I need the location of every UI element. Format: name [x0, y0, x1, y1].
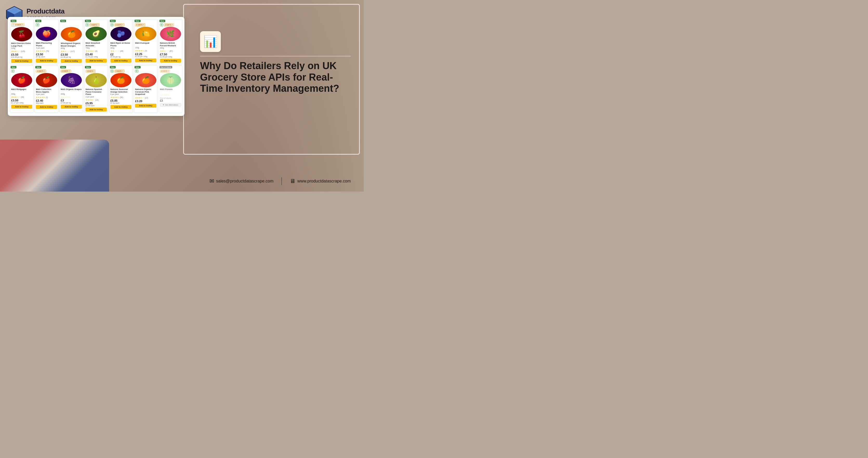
review-count: (4): [95, 50, 97, 52]
product-stars: ★★★★½: [111, 96, 120, 98]
product-image: 🍈: [160, 73, 181, 87]
review-count: (7): [145, 50, 147, 52]
product-card-avocado: New V 3 DAYS + 🥑 M&S Smashed Avocado 700…: [84, 19, 108, 64]
product-stars: ★★☆☆☆: [111, 50, 120, 52]
veg-badge: V: [111, 70, 114, 72]
badge-new: New: [85, 66, 91, 68]
product-name: M&S Smashed Avocado: [86, 42, 106, 47]
delivery-badge: 3 DAYS +: [89, 23, 99, 26]
add-to-trolley-button[interactable]: Add to trolley: [86, 108, 106, 112]
product-image: 🍋: [135, 27, 156, 41]
divider: [200, 56, 351, 56]
badge-new: New: [134, 66, 140, 68]
product-stars: ★★★★½: [86, 50, 95, 52]
delivery-badge: 3 DAYS +: [114, 70, 124, 72]
review-count: (39): [21, 96, 24, 98]
product-card-pomelo: Out of Stock 3 DAYS + 🍈 M&S Pomelo ☆☆☆☆☆…: [159, 65, 182, 113]
product-image: 🍇: [61, 73, 82, 87]
badge-new: New: [60, 20, 66, 22]
delivery-badge: 3 DAYS +: [86, 70, 96, 72]
product-card-kumquat: New 3 DAYS + 🍋 M&S Kumquat 150g ★★★★½ (7…: [134, 19, 157, 64]
product-image: 🥑: [86, 27, 106, 41]
price-per: £1.88 per 100g: [160, 56, 181, 58]
review-count: (52): [120, 96, 123, 98]
badge-new: New: [11, 20, 17, 22]
product-row-2: New V 🍎 M&S Redgages 300g ★★★½☆ (39) £3.…: [10, 65, 182, 113]
review-count: (1): [46, 96, 48, 98]
product-image: 🍑: [36, 27, 57, 41]
badge-new: New: [11, 66, 17, 68]
add-to-trolley-button[interactable]: Add to trolley: [111, 105, 131, 109]
product-price: £2.40: [36, 99, 57, 102]
add-to-trolley-button[interactable]: Add to trolley: [11, 59, 32, 63]
product-card-crassane-pears: New 3 DAYS + 🍐 Natoora Spanish Passe Cra…: [84, 65, 108, 113]
product-price: £3.20: [135, 99, 156, 103]
review-count: (125): [21, 51, 25, 52]
email-icon: ✉: [209, 178, 214, 185]
product-price: £2.25: [135, 53, 156, 56]
add-to-trolley-button[interactable]: Add to trolley: [160, 59, 181, 63]
review-count: (45): [120, 50, 123, 52]
flag-decoration: [0, 140, 109, 191]
add-to-trolley-button[interactable]: Add to trolley: [135, 104, 156, 108]
badge-new: New: [110, 66, 116, 68]
see-alternatives-button[interactable]: 👁 See Alternatives: [160, 103, 181, 106]
product-card-home-plums: New V 4 DAYS + 🫐 M&S Ripen at Home Plums…: [109, 19, 133, 64]
veg-badge: V: [11, 70, 14, 72]
product-price: £3.50: [61, 53, 82, 56]
product-weight: 525g: [11, 47, 32, 49]
product-image: 🍒: [11, 27, 32, 41]
product-card-rhubarb: New V 2 DAYS + 🌿 Natoora British Forced …: [159, 19, 182, 64]
add-to-trolley-button[interactable]: Add to trolley: [11, 105, 32, 109]
product-card-cherries: New 🕐 2 DAYS + 🍒 M&S Cherries Extra Larg…: [10, 19, 33, 64]
article-icon-box: 📊: [200, 31, 221, 52]
price-per: £1.17 per 100g: [11, 102, 32, 104]
product-stars: ★★★½☆: [11, 96, 20, 98]
price-per: £1.70 per 100g: [86, 56, 106, 58]
add-to-trolley-button[interactable]: Add to trolley: [135, 59, 156, 62]
product-name: M&S Redgages: [11, 88, 32, 93]
product-image: 🫐: [111, 27, 131, 41]
veg-badge: V: [111, 23, 114, 26]
article-icon: 📊: [204, 35, 218, 48]
product-stars: ★★★★☆: [86, 99, 95, 101]
add-to-trolley-button[interactable]: Add to trolley: [36, 59, 57, 63]
delivery-badge: 2 DAYS +: [61, 70, 71, 72]
badge-out-of-stock: Out of Stock: [159, 66, 173, 68]
add-to-trolley-button[interactable]: Add to trolley: [61, 59, 82, 63]
price-per: £10.48 per kg: [11, 56, 32, 58]
product-name: M&S Flavouring Plums: [36, 42, 57, 47]
product-weight: 400g: [111, 47, 131, 49]
review-count: (79): [46, 50, 49, 52]
product-image: 🍊: [61, 27, 82, 41]
price-per: 60p each: [36, 102, 57, 104]
add-to-trolley-button[interactable]: Add to trolley: [111, 59, 131, 63]
badge-new: New: [134, 20, 140, 22]
product-name: M&S Pomelo: [160, 88, 181, 93]
product-stars: ★★½☆☆: [160, 50, 169, 52]
product-card-blood-oranges: New 🍊 Wholegood Organic Blood Oranges 80…: [60, 19, 83, 64]
product-weight: 400g: [61, 93, 82, 95]
review-count: (67): [169, 50, 173, 52]
veg-badge: V: [36, 23, 39, 26]
product-price: £2: [111, 53, 131, 56]
add-to-trolley-button[interactable]: Add to trolley: [61, 105, 82, 109]
product-image: 🍎: [36, 73, 57, 87]
price-per: £4.38 per kg: [61, 56, 82, 58]
add-to-trolley-button[interactable]: Add to trolley: [86, 59, 106, 63]
price-per: £7.50 per kg: [61, 102, 82, 104]
badge-new: New: [159, 20, 165, 22]
product-stars: ☆☆☆☆☆: [61, 96, 70, 98]
add-to-trolley-button[interactable]: Add to trolley: [36, 105, 57, 109]
review-count: (14): [95, 99, 98, 101]
product-image: 🍐: [86, 73, 106, 87]
contact-website: www.productdatascrape.com: [298, 179, 351, 184]
product-image: 🍊: [135, 73, 156, 87]
product-price: £5.95: [86, 102, 106, 105]
badge-new: New: [110, 20, 116, 22]
price-per: £2.98 each: [86, 105, 106, 106]
product-card-plums: New V 🍑 M&S Flavouring Plums 4 per pack …: [35, 19, 58, 64]
badge-new: New: [85, 20, 91, 22]
product-price: £3.50: [36, 53, 57, 56]
review-count: (17): [145, 97, 148, 99]
